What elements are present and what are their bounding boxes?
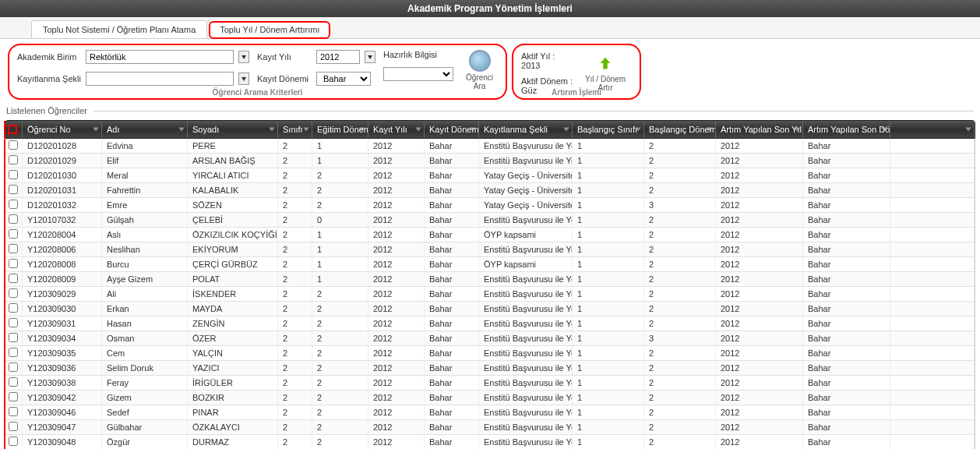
tab-strip: Toplu Not Sistemi / Öğretim Planı Atama … [0,17,980,39]
table-row[interactable]: Y120107032GülşahÇELEBİ202012BaharEnstitü… [5,213,975,228]
table-row[interactable]: Y120208008BurcuÇERÇİ GÜRBÜZ212012BaharÖY… [5,257,975,272]
yil-donem-artir-button[interactable]: Yıl / Dönem Artır [579,55,632,92]
cell-egitim: 2 [312,168,368,182]
row-checkbox[interactable] [5,154,23,168]
table-row[interactable]: D120201028EdvinaPERE212012BaharEnstitü B… [5,139,975,154]
row-checkbox[interactable] [5,331,23,345]
col-egitim-donem[interactable]: Eğitim Dönem [312,121,368,138]
table-row[interactable]: Y120309036Selim DorukYAZICI222012BaharEn… [5,361,975,376]
cell-ogrenci-no: Y120309048 [23,435,102,449]
cell-spacer [890,331,975,345]
search-button[interactable]: Öğrenci Ara [461,50,498,90]
cell-soyadi: SÖZEN [188,198,278,212]
akademik-birim-input[interactable] [86,50,234,64]
row-checkbox[interactable] [5,213,23,227]
col-artim-son-yil[interactable]: Artım Yapılan Son Yıl [716,121,803,138]
col-baslangic-donem[interactable]: Başlangıç Dönem [644,121,716,138]
table-row[interactable]: Y120208006NeslihanEKİYORUM212012BaharEns… [5,242,975,257]
cell-kayit-yili: 2012 [368,391,425,405]
table-row[interactable]: Y120309030ErkanMAYDA222012BaharEnstitü B… [5,302,975,316]
col-kayit-donemi[interactable]: Kayıt Dönemi [425,121,479,138]
dropdown-arrow-icon[interactable] [238,72,249,85]
cell-spacer [890,420,975,434]
table-row[interactable]: Y120309048ÖzgürDURMAZ222012BaharEnstitü … [5,435,975,449]
table-row[interactable]: Y120208004AslıÖZKIZILCIK KOÇYİĞİT212012B… [5,228,975,242]
row-checkbox[interactable] [5,198,23,212]
row-checkbox[interactable] [5,376,23,390]
cell-kayit-yili: 2012 [368,154,425,168]
row-checkbox[interactable] [5,316,23,331]
dropdown-arrow-icon[interactable] [238,51,249,63]
table-row[interactable]: Y120309034OsmanÖZER222012BaharEnstitü Ba… [5,331,975,346]
table-row[interactable]: Y120309047GülbaharÖZKALAYCI222012BaharEn… [5,420,975,435]
col-ogrenci-no[interactable]: Öğrenci No [23,121,102,138]
row-checkbox[interactable] [5,183,23,197]
cell-artim-donem: Bahar [803,435,890,449]
col-adi[interactable]: Adı [102,121,188,138]
row-checkbox[interactable] [5,420,23,434]
col-artim-son-donem[interactable]: Artım Yapılan Son Dön [803,121,890,138]
row-checkbox[interactable] [5,346,23,360]
col-sinifi[interactable]: Sınıfı [278,121,312,138]
cell-kayit-yili: 2012 [368,257,425,271]
cell-kayit-yili: 2012 [368,272,425,286]
cell-spacer [890,228,975,242]
cell-baslangic-sinifi: 1 [573,257,644,271]
tab-toplu-not[interactable]: Toplu Not Sistemi / Öğretim Planı Atama [31,20,207,38]
cell-baslangic-donem: 3 [644,198,716,212]
table-row[interactable]: D120201029ElifARSLAN BAĞIŞ212012BaharEns… [5,154,975,168]
row-checkbox[interactable] [5,168,23,182]
row-checkbox[interactable] [5,435,23,449]
cell-kayitlanma-sekli: Enstitü Başvurusu ile Yerl [479,272,573,286]
table-row[interactable]: Y120309046SedefPINAR222012BaharEnstitü B… [5,405,975,420]
dropdown-arrow-icon[interactable] [365,51,375,63]
cell-sinifi: 2 [278,331,312,345]
col-soyadi[interactable]: Soyadı [188,121,278,138]
cell-baslangic-sinifi: 1 [573,435,644,449]
select-all-checkbox[interactable] [5,121,23,138]
row-checkbox[interactable] [5,287,23,301]
table-row[interactable]: Y120309035CemYALÇIN222012BaharEnstitü Ba… [5,346,975,361]
cell-baslangic-sinifi: 1 [573,376,644,390]
cell-kayit-donemi: Bahar [425,391,479,405]
cell-artim-donem: Bahar [803,346,890,360]
table-row[interactable]: Y120309029AliİSKENDER222012BaharEnstitü … [5,287,975,302]
row-checkbox[interactable] [5,391,23,405]
row-checkbox[interactable] [5,139,23,153]
row-checkbox[interactable] [5,228,23,242]
cell-sinifi: 2 [278,139,312,153]
tab-label: Toplu Yıl / Dönem Arttırımı [220,25,319,34]
col-kayit-yili[interactable]: Kayıt Yılı [368,121,425,138]
cell-artim-yil: 2012 [716,139,803,153]
kayit-donemi-select[interactable]: Bahar [316,72,371,86]
table-row[interactable]: Y120208009Ayşe GizemPOLAT212012BaharEnst… [5,272,975,287]
col-kayitlanma-sekli[interactable]: Kayıtlanma Şekli [479,121,573,138]
table-row[interactable]: D120201030MeralYIRCALI ATICI222012BaharY… [5,168,975,183]
cell-kayit-donemi: Bahar [425,139,479,153]
cell-artim-donem: Bahar [803,287,890,301]
cell-sinifi: 2 [278,198,312,212]
row-checkbox[interactable] [5,257,23,271]
table-row[interactable]: Y120309042GizemBOZKIR222012BaharEnstitü … [5,391,975,405]
row-checkbox[interactable] [5,302,23,316]
cell-baslangic-donem: 2 [644,361,716,375]
row-checkbox[interactable] [5,361,23,375]
cell-sinifi: 2 [278,228,312,242]
tab-toplu-yil-donem[interactable]: Toplu Yıl / Dönem Arttırımı [209,21,330,39]
table-row[interactable]: Y120309038FerayİRİGÜLER222012BaharEnstit… [5,376,975,391]
col-baslangic-sinifi[interactable]: Başlangıç Sınıfı [573,121,644,138]
cell-ogrenci-no: Y120309047 [23,420,102,434]
row-checkbox[interactable] [5,272,23,286]
cell-baslangic-sinifi: 1 [573,154,644,168]
row-checkbox[interactable] [5,242,23,256]
kayitlanma-sekli-input[interactable] [86,72,234,86]
row-checkbox[interactable] [5,405,23,419]
cell-baslangic-sinifi: 1 [573,272,644,286]
cell-artim-yil: 2012 [716,287,803,301]
kayit-yili-input[interactable] [316,50,360,64]
table-row[interactable]: D120201032EmreSÖZEN222012BaharYatay Geçi… [5,198,975,213]
table-row[interactable]: Y120309031HasanZENGİN222012BaharEnstitü … [5,316,975,331]
table-row[interactable]: D120201031FahrettinKALABALIK222012BaharY… [5,183,975,198]
cell-spacer [890,361,975,375]
hazirlik-bilgisi-select[interactable] [383,67,453,81]
